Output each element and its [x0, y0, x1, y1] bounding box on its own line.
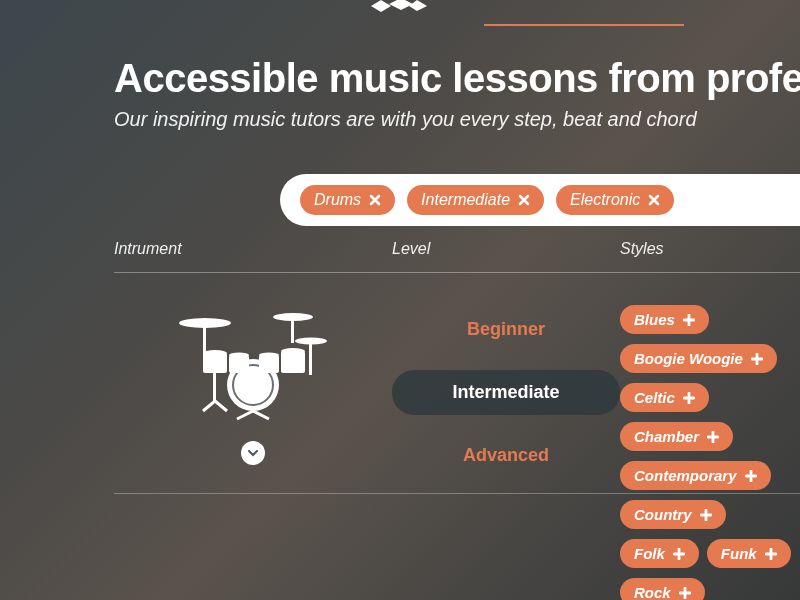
- styles-header: Styles: [620, 240, 800, 273]
- plus-icon: [673, 548, 685, 560]
- filter-chip-label: Electronic: [570, 191, 640, 209]
- svg-rect-6: [291, 317, 294, 343]
- style-label: Country: [634, 506, 692, 523]
- instrument-picker: [114, 293, 392, 465]
- filter-chip-label: Drums: [314, 191, 361, 209]
- level-options: Beginner Intermediate Advanced: [392, 293, 620, 478]
- style-label: Contemporary: [634, 467, 737, 484]
- level-header: Level: [392, 240, 620, 273]
- svg-rect-16: [229, 355, 249, 373]
- svg-rect-12: [281, 351, 305, 373]
- filter-chip-label: Intermediate: [421, 191, 510, 209]
- level-intermediate[interactable]: Intermediate: [392, 370, 620, 415]
- filter-chip-intermediate[interactable]: Intermediate: [407, 185, 544, 215]
- style-folk[interactable]: Folk: [620, 539, 699, 568]
- chevron-down-icon: [248, 450, 258, 457]
- filter-chip-electronic[interactable]: Electronic: [556, 185, 674, 215]
- svg-point-17: [229, 353, 249, 358]
- instrument-column: Intrument: [114, 240, 392, 600]
- svg-point-19: [259, 353, 279, 358]
- plus-icon: [683, 314, 695, 326]
- svg-rect-4: [203, 323, 206, 355]
- svg-marker-2: [409, 0, 427, 11]
- style-boogie[interactable]: Boogie Woogie: [620, 344, 777, 373]
- svg-rect-11: [213, 373, 216, 403]
- plus-icon: [765, 548, 777, 560]
- plus-icon: [707, 431, 719, 443]
- filter-chip-drums[interactable]: Drums: [300, 185, 395, 215]
- plus-icon: [683, 392, 695, 404]
- style-celtic[interactable]: Celtic: [620, 383, 709, 412]
- style-label: Celtic: [634, 389, 675, 406]
- plus-icon: [700, 509, 712, 521]
- style-rock[interactable]: Rock: [620, 578, 705, 600]
- close-icon: [369, 194, 381, 206]
- svg-point-10: [203, 350, 227, 356]
- style-funk[interactable]: Funk: [707, 539, 791, 568]
- plus-icon: [745, 470, 757, 482]
- accent-divider: [484, 24, 684, 26]
- styles-column: Styles Blues Boogie Woogie Celtic Chambe…: [620, 240, 800, 600]
- style-blues[interactable]: Blues: [620, 305, 709, 334]
- style-country[interactable]: Country: [620, 500, 726, 529]
- style-label: Funk: [721, 545, 757, 562]
- plus-icon: [751, 353, 763, 365]
- logo-fragment: [369, 0, 431, 12]
- page-subhead: Our inspiring music tutors are with you …: [114, 108, 800, 131]
- svg-marker-0: [371, 0, 391, 12]
- filter-columns: Intrument: [114, 240, 800, 600]
- level-column: Level Beginner Intermediate Advanced: [392, 240, 620, 600]
- close-icon: [648, 194, 660, 206]
- styles-grid: Blues Boogie Woogie Celtic Chamber Conte…: [620, 293, 800, 600]
- svg-point-13: [281, 348, 305, 354]
- level-advanced[interactable]: Advanced: [392, 433, 620, 478]
- style-label: Chamber: [634, 428, 699, 445]
- style-label: Blues: [634, 311, 675, 328]
- style-label: Rock: [634, 584, 671, 600]
- svg-marker-1: [389, 0, 413, 10]
- drums-icon: [173, 303, 333, 423]
- close-icon: [518, 194, 530, 206]
- svg-rect-8: [309, 341, 312, 375]
- style-contemporary[interactable]: Contemporary: [620, 461, 771, 490]
- style-label: Boogie Woogie: [634, 350, 743, 367]
- filter-bar: Drums Intermediate Electronic: [280, 174, 800, 226]
- plus-icon: [679, 587, 691, 599]
- style-label: Folk: [634, 545, 665, 562]
- level-beginner[interactable]: Beginner: [392, 307, 620, 352]
- bottom-divider: [114, 493, 800, 494]
- page-headline: Accessible music lessons from profession…: [114, 56, 800, 101]
- instrument-next-button[interactable]: [241, 441, 265, 465]
- svg-rect-18: [259, 355, 279, 373]
- instrument-header: Intrument: [114, 240, 392, 273]
- style-chamber[interactable]: Chamber: [620, 422, 733, 451]
